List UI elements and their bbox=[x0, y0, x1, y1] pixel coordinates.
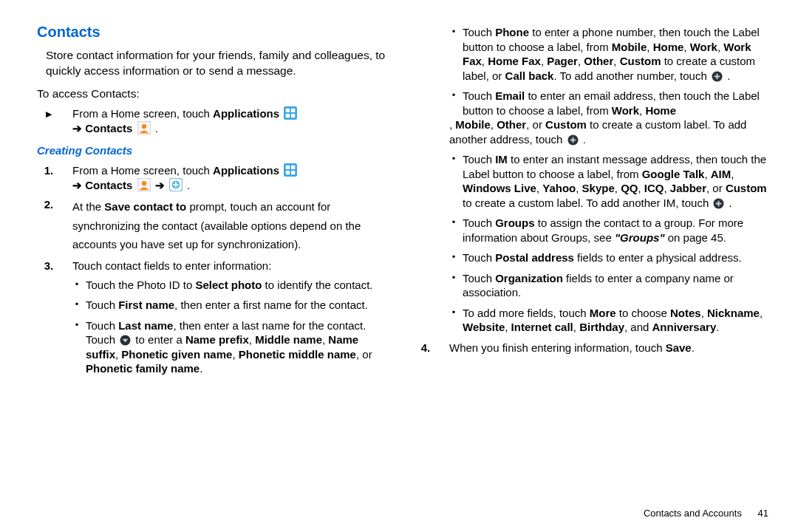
bullet-dot-icon: • bbox=[449, 271, 458, 284]
bullet-content: Touch Groups to assign the contact to a … bbox=[463, 216, 768, 245]
add-icon bbox=[713, 198, 724, 209]
text: , bbox=[536, 182, 542, 194]
add-icon bbox=[712, 71, 723, 82]
bullet-photo-id: • Touch the Photo ID to Select photo to … bbox=[72, 278, 392, 293]
home-label: Home bbox=[653, 41, 684, 53]
phonetic-given-label: Phonetic given name bbox=[121, 348, 232, 361]
bullet-dot-icon: • bbox=[449, 216, 458, 229]
phone-label: Phone bbox=[495, 26, 529, 38]
page-footer: Contacts and Accounts 41 bbox=[644, 508, 768, 519]
bullet-organization: • Touch Organization fields to enter a c… bbox=[449, 271, 768, 300]
bullet-dot-icon: • bbox=[449, 25, 458, 38]
triangle-bullet-icon: ▶ bbox=[37, 109, 61, 120]
bullet-content: Touch Email to enter an email address, t… bbox=[463, 89, 768, 117]
step-number: 1. bbox=[37, 163, 61, 178]
contacts-icon bbox=[137, 121, 151, 134]
access-step-content: From a Home screen, touch Applications ➔… bbox=[72, 106, 392, 137]
text: . bbox=[152, 122, 158, 134]
text: Touch the Photo ID to bbox=[86, 279, 195, 291]
text: To add more fields, touch bbox=[463, 307, 590, 319]
bullet-dot-icon: • bbox=[449, 250, 458, 264]
text: , bbox=[573, 321, 579, 333]
text: . bbox=[184, 179, 190, 191]
more-label: More bbox=[590, 307, 616, 319]
custom-label: Custom bbox=[726, 182, 767, 194]
bullet-email: • Touch Email to enter an email address,… bbox=[449, 89, 768, 146]
home-fax-label: Home Fax bbox=[488, 55, 541, 67]
text: , bbox=[647, 41, 652, 53]
text: , bbox=[505, 321, 511, 333]
text: Touch bbox=[463, 26, 495, 38]
step-3: 3. Touch contact fields to enter informa… bbox=[37, 259, 392, 273]
text: From a Home screen, touch bbox=[72, 107, 213, 120]
other-label: Other bbox=[584, 55, 613, 67]
text: , or bbox=[356, 348, 372, 361]
qq-label: QQ bbox=[621, 182, 638, 194]
text: When you finish entering information, to… bbox=[449, 341, 666, 354]
postal-label: Postal address bbox=[495, 251, 574, 264]
chevron-down-icon bbox=[120, 335, 131, 346]
text: , bbox=[638, 182, 644, 194]
bullet-im: • Touch IM to enter an instant message a… bbox=[449, 152, 768, 210]
im-label: IM bbox=[495, 153, 508, 166]
jabber-label: Jabber bbox=[670, 182, 706, 194]
text: , bbox=[704, 168, 710, 180]
two-column-layout: Contacts Store contact information for y… bbox=[37, 22, 768, 517]
nickname-label: Nickname bbox=[707, 307, 760, 319]
home-label: Home bbox=[645, 104, 676, 117]
internetcall-label: Internet call bbox=[511, 321, 573, 333]
text: to identify the contact. bbox=[262, 279, 372, 291]
step-3-bullets-continued: • Touch Phone to enter a phone number, t… bbox=[449, 25, 768, 335]
bullet-last-name: • Touch Last name, then enter a last nam… bbox=[72, 318, 392, 376]
name-prefix-label: Name prefix bbox=[185, 333, 249, 346]
text: , bbox=[576, 182, 582, 194]
save-contact-to-label: Save contact to bbox=[104, 200, 186, 213]
text: Touch bbox=[463, 272, 495, 284]
step-4: 4. When you finish entering information,… bbox=[414, 341, 768, 355]
text: . bbox=[724, 69, 730, 82]
custom-label: Custom bbox=[620, 55, 661, 67]
contacts-icon bbox=[137, 178, 151, 191]
step-1: 1. From a Home screen, touch Application… bbox=[37, 163, 392, 194]
step-3-bullets: • Touch the Photo ID to Select photo to … bbox=[72, 278, 392, 376]
text: Touch bbox=[463, 216, 495, 229]
text: , then enter a first name for the contac… bbox=[174, 299, 368, 311]
groups-crossref: "Groups" bbox=[615, 231, 665, 244]
bullet-content: Touch the Photo ID to Select photo to id… bbox=[86, 278, 392, 293]
icq-label: ICQ bbox=[644, 182, 664, 194]
bullet-content: Touch Organization fields to enter a com… bbox=[463, 271, 768, 300]
text: Touch bbox=[463, 89, 495, 102]
skype-label: Skype bbox=[582, 182, 615, 194]
text: . bbox=[692, 341, 695, 354]
intro-paragraph: Store contact information for your frien… bbox=[46, 48, 392, 79]
step-number: 3. bbox=[37, 259, 61, 273]
bullet-dot-icon: • bbox=[72, 298, 81, 311]
bullet-postal: • Touch Postal address fields to enter a… bbox=[449, 250, 768, 265]
bullet-content: Touch Phone to enter a phone number, the… bbox=[463, 25, 768, 83]
text: Touch bbox=[463, 153, 495, 166]
text: At the bbox=[72, 200, 104, 213]
text: , bbox=[613, 55, 619, 67]
bullet-content: Touch Postal address fields to enter a p… bbox=[463, 250, 768, 265]
step-4-content: When you finish entering information, to… bbox=[449, 341, 768, 355]
text: , bbox=[482, 55, 488, 67]
last-name-label: Last name bbox=[118, 319, 173, 332]
heading-contacts: Contacts bbox=[37, 22, 392, 42]
step-1-content: From a Home screen, touch Applications ➔… bbox=[72, 163, 392, 194]
text: . bbox=[200, 362, 202, 375]
pager-label: Pager bbox=[547, 55, 578, 67]
bullet-content: Touch IM to enter an instant message add… bbox=[463, 152, 768, 210]
text: to create a custom label. To add another… bbox=[463, 197, 712, 209]
birthday-label: Birthday bbox=[579, 321, 624, 333]
text: , bbox=[541, 55, 547, 67]
applications-icon bbox=[284, 163, 297, 177]
step-2-content: At the Save contact to prompt, touch an … bbox=[72, 197, 392, 254]
work-label: Work bbox=[690, 41, 717, 53]
right-column: • Touch Phone to enter a phone number, t… bbox=[414, 22, 768, 517]
bullet-dot-icon: • bbox=[72, 278, 81, 291]
bullet-dot-icon: • bbox=[72, 318, 81, 332]
bullet-first-name: • Touch First name, then enter a first n… bbox=[72, 298, 392, 313]
applications-label: Applications bbox=[213, 107, 279, 120]
footer-section-label: Contacts and Accounts bbox=[644, 508, 742, 519]
text: on page 45. bbox=[665, 231, 726, 244]
